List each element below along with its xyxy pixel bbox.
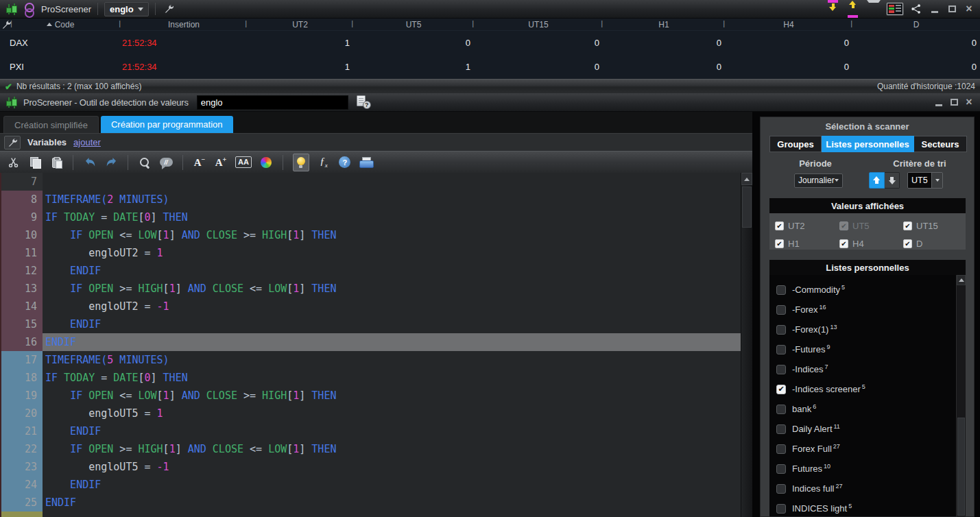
column-header-ut2[interactable]: UT2|	[247, 19, 353, 31]
column-settings-icon[interactable]	[1, 20, 11, 32]
code-line-text[interactable]: ENDIF	[43, 494, 742, 512]
code-line-text[interactable]: IF OPEN >= HIGH[1] AND CLOSE <= LOW[1] T…	[43, 280, 742, 298]
tab-creation-simplifiee[interactable]: Création simplifiée	[3, 116, 99, 133]
result-row-DAX[interactable]: DAX21:52:34100000	[0, 31, 980, 55]
code-line-text[interactable]: IF OPEN >= HIGH[1] AND CLOSE <= LOW[1] T…	[43, 440, 742, 458]
checkbox--futures[interactable]	[776, 345, 786, 354]
minimize-button[interactable]	[929, 3, 940, 15]
hints-button[interactable]	[293, 154, 309, 171]
scan-tab-listes-personnelles[interactable]: Listes personnelles	[822, 136, 914, 152]
code-line-text[interactable]: engloUT2 = 1	[43, 244, 742, 262]
close-button[interactable]: ×	[964, 3, 975, 15]
checkbox--forex[interactable]	[776, 305, 786, 315]
paste-button[interactable]	[49, 154, 63, 171]
checkbox--forex-1-[interactable]	[776, 325, 786, 335]
undo-button[interactable]	[83, 154, 97, 171]
functions-button[interactable]: x	[317, 154, 331, 171]
code-line-text[interactable]: engloUT5 = 1	[43, 405, 742, 422]
font-decrease-button[interactable]: A−	[193, 154, 206, 171]
code-line-text[interactable]: ENDIF	[43, 315, 742, 333]
list-scrollbar[interactable]	[956, 275, 966, 516]
close-button[interactable]: ×	[964, 96, 975, 108]
checkbox-indices-full[interactable]	[776, 484, 786, 494]
redo-button[interactable]	[104, 154, 118, 171]
code-line-text[interactable]: engloUT5 = -1	[43, 458, 742, 476]
add-variable-link[interactable]: ajouter	[73, 137, 101, 147]
scan-tab-groupes[interactable]: Groupes	[769, 136, 822, 152]
import-down-icon[interactable]	[827, 0, 841, 18]
checkbox--commodity[interactable]	[776, 285, 786, 295]
help-button[interactable]	[338, 154, 352, 171]
cut-button[interactable]	[7, 154, 21, 171]
list-item--indices[interactable]: -Indices7	[769, 359, 966, 379]
column-header-code[interactable]: |Code|	[0, 19, 121, 31]
select-dropdown-button[interactable]	[931, 173, 942, 188]
list-item-daily-alert[interactable]: Daily Alert11	[769, 419, 966, 439]
result-row-PXI[interactable]: PXI21:52:34110000	[0, 55, 980, 79]
copy-button[interactable]	[28, 154, 42, 171]
code-line-text[interactable]: ENDIF	[43, 262, 742, 280]
export-up-icon[interactable]	[847, 0, 861, 18]
checkbox-d[interactable]: ✔	[903, 239, 912, 248]
colors-button[interactable]	[259, 154, 273, 171]
checkbox-ut2[interactable]: ✔	[775, 221, 784, 230]
checkbox-bank[interactable]	[776, 405, 786, 414]
code-line-text[interactable]: IF OPEN <= LOW[1] AND CLOSE >= HIGH[1] T…	[43, 226, 742, 244]
code-line-text[interactable]	[43, 512, 742, 517]
code-line-text[interactable]: IF TODAY = DATE[0] THEN	[43, 208, 742, 226]
list-item-bank[interactable]: bank6	[769, 399, 966, 419]
comment-button[interactable]	[159, 154, 173, 171]
code-line-text[interactable]	[43, 173, 742, 191]
sort-criteria-select[interactable]: UT5	[907, 172, 943, 189]
code-line-text[interactable]: ENDIF	[43, 422, 742, 440]
workspace-layout-icon[interactable]	[887, 3, 903, 15]
code-line-text[interactable]: ENDIF	[43, 333, 742, 351]
code-line-text[interactable]: TIMEFRAME(5 MINUTES)	[43, 351, 742, 369]
code-line-text[interactable]: IF TODAY = DATE[0] THEN	[43, 369, 742, 387]
list-item--futures[interactable]: -Futures9	[769, 339, 966, 359]
code-editor[interactable]: 78TIMEFRAME(2 MINUTES)9IF TODAY = DATE[0…	[0, 173, 752, 517]
font-settings-button[interactable]	[235, 154, 252, 171]
checkbox-h1[interactable]: ✔	[775, 239, 784, 248]
column-header-d[interactable]: D	[852, 19, 980, 31]
list-item-indices-light[interactable]: INDICES light5	[769, 498, 966, 516]
tab-creation-par-programmation[interactable]: Création par programmation	[101, 116, 233, 133]
sort-descending-button[interactable]	[885, 172, 900, 189]
editor-scrollbar[interactable]	[741, 173, 752, 517]
checkbox-h4[interactable]: ✔	[839, 239, 848, 248]
sort-ascending-button[interactable]	[869, 172, 885, 189]
search-button[interactable]	[138, 154, 152, 171]
screener-selector[interactable]: englo	[104, 2, 149, 16]
column-header-h1[interactable]: H1|	[603, 19, 725, 31]
list-item--forex-1-[interactable]: -Forex(1)13	[769, 320, 966, 339]
scroll-up-button[interactable]	[957, 275, 966, 285]
checkbox-forex-full[interactable]	[776, 444, 786, 454]
scrollbar-thumb[interactable]	[742, 187, 752, 228]
maximize-button[interactable]	[948, 96, 959, 108]
share-icon[interactable]	[909, 0, 923, 18]
column-header-h4[interactable]: H4|	[725, 19, 852, 31]
column-header-ut5[interactable]: UT5|	[353, 19, 474, 31]
checkbox-ut5[interactable]: ✔	[839, 221, 848, 230]
checkbox-indices-light[interactable]	[776, 504, 786, 514]
code-line-text[interactable]: ENDIF	[43, 476, 742, 494]
code-line-text[interactable]: engloUT2 = -1	[43, 298, 742, 315]
periode-select[interactable]: Journalier	[794, 173, 843, 188]
list-item--forex[interactable]: -Forex16	[769, 300, 966, 320]
scrollbar-thumb[interactable]	[957, 418, 965, 516]
checkbox-futures[interactable]	[776, 464, 786, 474]
list-item--commodity[interactable]: -Commodity5	[769, 280, 966, 300]
settings-wrench-icon[interactable]	[162, 0, 176, 18]
column-header-ut15[interactable]: UT15|	[474, 19, 603, 31]
list-item-futures[interactable]: Futures10	[769, 459, 966, 479]
font-increase-button[interactable]: A+	[214, 154, 228, 171]
help-document-icon[interactable]: ?	[357, 95, 371, 109]
screener-name-input[interactable]	[197, 95, 348, 110]
print-button[interactable]	[359, 154, 373, 171]
list-item-indices-full[interactable]: Indices full27	[769, 479, 966, 498]
scan-tab-secteurs[interactable]: Secteurs	[914, 136, 967, 152]
maximize-button[interactable]	[946, 3, 957, 15]
minimize-button[interactable]	[933, 96, 944, 108]
checkbox-daily-alert[interactable]	[776, 424, 786, 434]
code-line-text[interactable]: TIMEFRAME(2 MINUTES)	[43, 191, 742, 208]
